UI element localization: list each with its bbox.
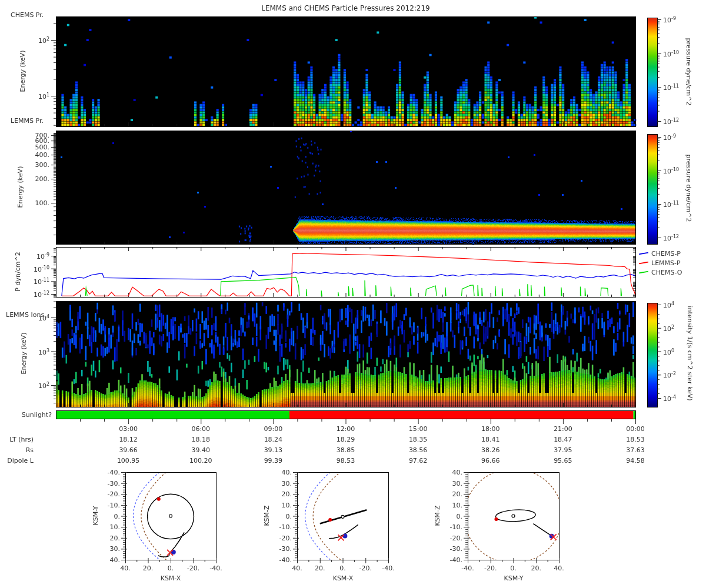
time-tick-label: 12:00: [337, 425, 355, 433]
figure-root: LEMMS and CHEMS Particle Pressures 2012:…: [0, 0, 706, 588]
table-cell: 100.95: [117, 457, 140, 465]
orbit-ytick-label: 40.: [110, 556, 121, 564]
table-cell: 18.24: [264, 436, 283, 443]
colorbar-tick-label: 10-11: [663, 199, 679, 209]
orbit-xtick-label: 0.: [168, 564, 174, 572]
orbit-ytick-label: -20.: [279, 534, 292, 542]
orbit1-x-axis-label: KSM-X: [161, 574, 181, 582]
colorbar-tick-label: 104: [663, 300, 674, 310]
orbit-xtick-label: 20.: [531, 564, 542, 572]
orbit-ytick-label: -10.: [108, 501, 120, 509]
time-tick-label: 09:00: [264, 425, 283, 433]
legend-swatch-chems-o: [639, 271, 648, 274]
table-cell: 99.39: [264, 457, 283, 465]
sunlight-label: Sunlight?: [9, 411, 52, 419]
time-tick-label: 18:00: [481, 425, 500, 433]
orbit-ytick-label: 0.: [114, 512, 121, 520]
pressure-ytick-label: 10-11: [34, 276, 49, 286]
orbit-ytick-label: 40.: [282, 469, 292, 476]
orbit-ytick-label: 20.: [282, 490, 292, 498]
ions-ytick-label: 103: [38, 346, 49, 356]
orbit1-y-axis-label: KSM-Y: [92, 506, 99, 525]
table-cell: 94.58: [626, 457, 645, 465]
orbit-ytick-label: 10.: [282, 501, 292, 509]
orbit-ytick-label: 30.: [452, 479, 463, 487]
table-cell: 18.35: [409, 436, 428, 443]
lemms-ytick-label: 300.: [35, 161, 50, 169]
legend-swatch-chems-p: [639, 252, 648, 255]
orbit-xtick-label: 40.: [120, 564, 131, 572]
table-cell: 38.26: [481, 446, 500, 454]
table-cell: 18.29: [337, 436, 355, 443]
legend-label-lemms-p: LEMMS-P: [651, 259, 681, 267]
orbit-ytick-label: 0.: [286, 512, 292, 520]
table-cell: 18.18: [192, 436, 211, 443]
lemms-ytick-label: 500.: [35, 143, 50, 151]
chems-y-axis-label: Energy (keV): [19, 51, 26, 92]
orbit-xtick-label: -20.: [484, 564, 497, 572]
panel-label-chems: CHEMS Pr.: [11, 11, 44, 19]
colorbar-tick-label: 10-10: [663, 48, 679, 58]
table-cell: 100.20: [189, 457, 212, 465]
colorbar-tick-label: 10-10: [663, 166, 679, 176]
legend-item-chems-p: CHEMS-P: [639, 249, 682, 258]
orbit-xtick-label: -40.: [382, 564, 394, 572]
colorbar-top-unit-label: pressure dyne/cm^2: [685, 38, 692, 106]
orbit-ytick-label: -10.: [450, 523, 462, 531]
colorbar-tick-label: 10-11: [663, 82, 679, 92]
table-row-label-rs: Rs: [0, 446, 34, 454]
orbit-xtick-label: 0.: [339, 564, 346, 572]
legend-label-chems-o: CHEMS-O: [651, 269, 682, 276]
colorbar-ions-unit-label: intensity 1/(s cm^2 ster keV): [686, 306, 694, 400]
time-tick-label: 21:00: [554, 425, 572, 433]
orbit-ytick-label: 30.: [282, 479, 292, 487]
colorbar-tick-label: 10-12: [663, 116, 679, 126]
orbit-xtick-label: -20.: [187, 564, 199, 572]
orbit3-x-axis-label: KSM-Y: [504, 574, 523, 582]
orbit-ytick-label: 0.: [457, 512, 463, 520]
time-tick-label: 00:00: [626, 425, 645, 433]
table-row-label-dipole: Dipole L: [0, 457, 34, 465]
lemms-ytick-label: 200.: [35, 175, 50, 183]
chems-ytick-label: 101: [38, 91, 49, 101]
lemms-ytick-label: 400.: [35, 151, 50, 159]
colorbar-tick-label: 10-9: [663, 132, 676, 142]
pressure-ytick-label: 10-10: [34, 263, 49, 273]
colorbar-mid-unit-label: pressure dyne/cm^2: [685, 155, 692, 222]
lemms-y-axis-label: Energy (keV): [16, 166, 24, 208]
table-cell: 39.66: [119, 446, 138, 454]
orbit3-y-axis-label: KSM-Z: [434, 505, 441, 526]
legend-swatch-lemms-p: [639, 262, 648, 265]
orbit-ytick-label: -30.: [108, 479, 120, 487]
pressure-ytick-label: 10-12: [34, 289, 49, 299]
table-cell: 18.12: [119, 436, 138, 443]
ions-ytick-label: 104: [38, 313, 49, 323]
legend-label-chems-p: CHEMS-P: [651, 250, 681, 258]
plot-canvas: [0, 0, 706, 588]
legend-item-lemms-p: LEMMS-P: [639, 258, 682, 268]
colorbar-tick-label: 10-2: [663, 370, 676, 380]
legend-item-chems-o: CHEMS-O: [639, 268, 682, 277]
orbit-ytick-label: 20.: [452, 490, 463, 498]
orbit-xtick-label: 20.: [143, 564, 154, 572]
orbit-ytick-label: -30.: [450, 545, 462, 553]
orbit-ytick-label: -40.: [108, 469, 120, 476]
table-cell: 39.40: [192, 446, 211, 454]
orbit-ytick-label: 40.: [452, 469, 463, 476]
lemms-ytick-label: 100.: [35, 199, 50, 207]
orbit2-x-axis-label: KSM-X: [333, 574, 354, 582]
colorbar-tick-label: 10-9: [663, 15, 676, 25]
table-row-label-lt: LT (hrs): [0, 436, 34, 443]
orbit-ytick-label: -40.: [450, 556, 462, 564]
table-cell: 38.85: [337, 446, 355, 454]
colorbar-tick-label: 10-4: [663, 393, 676, 403]
time-tick-label: 06:00: [191, 425, 210, 433]
orbit-xtick-label: -40.: [209, 564, 222, 572]
orbit-ytick-label: 10.: [452, 501, 463, 509]
orbit-ytick-label: -20.: [450, 534, 462, 542]
orbit-xtick-label: 20.: [315, 564, 325, 572]
table-cell: 97.62: [409, 457, 428, 465]
chems-ytick-label: 102: [38, 35, 49, 45]
colorbar-tick-label: 10-12: [663, 233, 679, 243]
time-tick-label: 15:00: [409, 425, 428, 433]
